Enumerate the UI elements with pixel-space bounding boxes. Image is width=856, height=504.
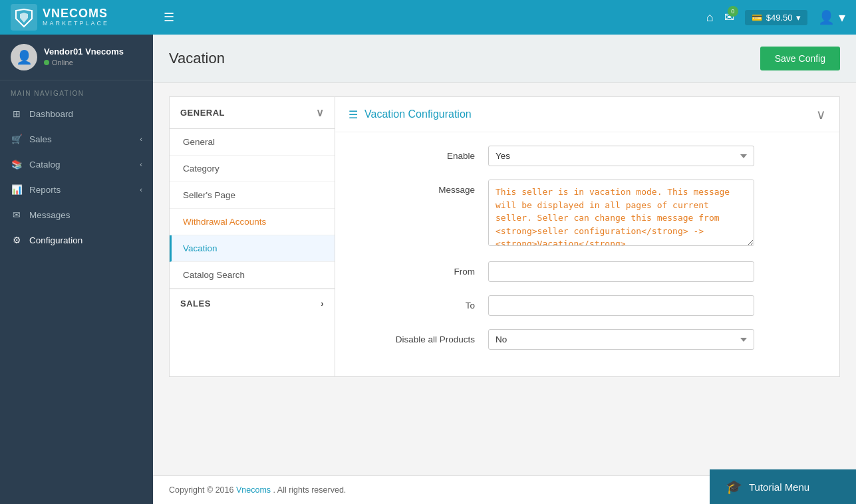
to-label: To — [355, 295, 488, 311]
disable-products-label: Disable all Products — [355, 329, 488, 344]
catalog-icon: 📚 — [11, 159, 23, 170]
disable-products-row: Disable all Products No Yes — [355, 329, 819, 350]
to-input[interactable] — [488, 295, 754, 316]
wallet-arrow-icon: ▾ — [796, 13, 801, 23]
page-title: Vacation — [169, 50, 225, 67]
config-menu-item-withdrawal[interactable]: Withdrawal Accounts — [170, 209, 335, 235]
configuration-icon: ⚙ — [11, 235, 23, 245]
from-row: From — [355, 261, 819, 282]
general-section-arrow-icon: ∨ — [316, 106, 325, 119]
config-menu-item-category[interactable]: Category — [170, 156, 335, 182]
profile-status: Online — [44, 58, 124, 67]
status-dot — [44, 60, 49, 65]
nav-section-label: MAIN NAVIGATION — [0, 80, 153, 101]
wallet-icon: 💳 — [752, 13, 762, 23]
home-icon[interactable]: ⌂ — [706, 11, 714, 25]
disable-products-select[interactable]: No Yes — [488, 329, 754, 350]
sidebar-item-label: Catalog — [29, 160, 61, 170]
sidebar-item-messages[interactable]: ✉ Messages — [0, 202, 153, 227]
tutorial-menu-button[interactable]: 🎓 Tutorial Menu — [710, 469, 856, 504]
footer-copyright: Copyright © 2016 — [169, 485, 233, 495]
tutorial-label: Tutorial Menu — [749, 481, 809, 493]
messages-icon[interactable]: ✉ 0 — [724, 10, 734, 25]
sidebar-item-label: Dashboard — [29, 109, 73, 119]
sidebar-item-label: Configuration — [29, 235, 82, 245]
main-layout: 👤 Vendor01 Vnecoms Online MAIN NAVIGATIO… — [0, 35, 856, 504]
config-menu-item-vacation[interactable]: Vacation — [170, 235, 335, 262]
nav-actions: ⌂ ✉ 0 💳 $49.50 ▾ 👤 ▾ — [706, 9, 845, 25]
page-content: GENERAL ∨ General Category Seller's Page… — [153, 83, 856, 475]
from-input[interactable] — [488, 261, 754, 282]
sidebar-item-label: Sales — [29, 134, 52, 144]
enable-select[interactable]: Yes No — [488, 146, 754, 166]
sales-icon: 🛒 — [11, 134, 23, 144]
from-label: From — [355, 261, 488, 277]
config-left-menu: GENERAL ∨ General Category Seller's Page… — [169, 96, 335, 377]
nav-toggle-button[interactable]: ☰ — [164, 10, 174, 25]
sidebar-item-catalog[interactable]: 📚 Catalog ‹ — [0, 152, 153, 177]
footer-brand-link[interactable]: Vnecoms — [236, 485, 271, 495]
sidebar: 👤 Vendor01 Vnecoms Online MAIN NAVIGATIO… — [0, 35, 153, 504]
user-menu-button[interactable]: 👤 ▾ — [818, 9, 845, 25]
footer-rights: . All rights reserved. — [273, 485, 347, 495]
sidebar-item-reports[interactable]: 📊 Reports ‹ — [0, 177, 153, 202]
sales-section-arrow-icon: › — [321, 299, 324, 309]
panel-body: Enable Yes No Message — [335, 132, 839, 376]
to-row: To — [355, 295, 819, 316]
message-label: Message — [355, 180, 488, 195]
config-layout: GENERAL ∨ General Category Seller's Page… — [169, 96, 840, 377]
sidebar-item-sales[interactable]: 🛒 Sales ‹ — [0, 126, 153, 152]
dashboard-icon: ⊞ — [11, 108, 23, 119]
top-navbar: VNECOMS MARKETPLACE ☰ ⌂ ✉ 0 💳 $49.50 ▾ 👤… — [0, 0, 856, 35]
brand-name: VNECOMS — [43, 7, 109, 21]
brand: VNECOMS MARKETPLACE — [11, 4, 164, 31]
panel-header: ☰ Vacation Configuration ∨ — [335, 97, 839, 132]
config-menu-item-sellers-page[interactable]: Seller's Page — [170, 182, 335, 209]
sidebar-item-configuration[interactable]: ⚙ Configuration — [0, 227, 153, 253]
general-section-header[interactable]: GENERAL ∨ — [170, 97, 335, 129]
catalog-arrow-icon: ‹ — [140, 160, 142, 168]
reports-arrow-icon: ‹ — [140, 186, 142, 193]
sidebar-profile: 👤 Vendor01 Vnecoms Online — [0, 35, 153, 80]
panel-menu-icon: ☰ — [349, 108, 358, 121]
save-config-button[interactable]: Save Config — [760, 47, 840, 70]
sales-arrow-icon: ‹ — [140, 135, 142, 143]
page-header: Vacation Save Config — [153, 35, 856, 83]
panel-title: Vacation Configuration — [364, 108, 472, 120]
brand-sub: MARKETPLACE — [43, 21, 109, 27]
message-row: Message This seller is in vacation mode.… — [355, 180, 819, 248]
message-textarea[interactable]: This seller is in vacation mode. This me… — [488, 180, 754, 246]
messages-badge: 0 — [728, 6, 738, 17]
profile-name: Vendor01 Vnecoms — [44, 47, 124, 58]
tutorial-icon: 🎓 — [726, 479, 742, 495]
sidebar-item-label: Reports — [29, 185, 61, 195]
avatar: 👤 — [11, 44, 37, 70]
vacation-config-panel: ☰ Vacation Configuration ∨ Enable Yes — [335, 96, 840, 377]
wallet-button[interactable]: 💳 $49.50 ▾ — [745, 10, 808, 25]
sidebar-item-label: Messages — [29, 210, 71, 220]
config-menu-item-general[interactable]: General — [170, 129, 335, 156]
sidebar-item-dashboard[interactable]: ⊞ Dashboard — [0, 101, 153, 126]
enable-label: Enable — [355, 146, 488, 161]
brand-logo — [11, 4, 37, 31]
panel-collapse-icon[interactable]: ∨ — [816, 106, 826, 122]
wallet-amount: $49.50 — [766, 13, 793, 23]
reports-icon: 📊 — [11, 184, 23, 195]
config-menu-item-catalog-search[interactable]: Catalog Search — [170, 262, 335, 289]
main-content: Vacation Save Config GENERAL ∨ General C… — [153, 35, 856, 504]
sales-section-header[interactable]: SALES › — [170, 289, 335, 318]
enable-row: Enable Yes No — [355, 146, 819, 166]
messages-nav-icon: ✉ — [11, 209, 23, 220]
